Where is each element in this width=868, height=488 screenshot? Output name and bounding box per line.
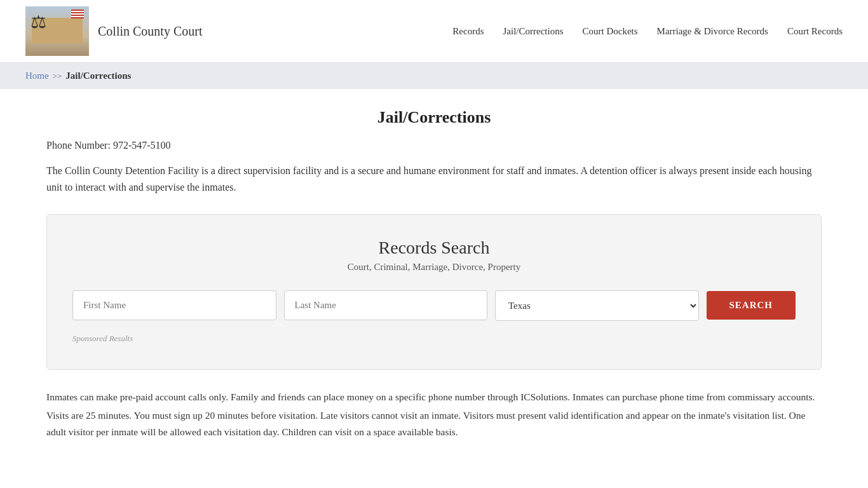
search-title: Records Search (72, 238, 796, 258)
search-button[interactable]: SEARCH (707, 291, 796, 320)
nav-court-dockets[interactable]: Court Dockets (582, 26, 637, 37)
first-name-input[interactable] (72, 290, 276, 320)
last-name-input[interactable] (284, 290, 488, 320)
nav-court-records[interactable]: Court Records (787, 26, 843, 37)
breadcrumb-separator: >> (53, 71, 62, 81)
additional-info-line1: Inmates can make pre-paid account calls … (46, 389, 822, 405)
breadcrumb: Home >> Jail/Corrections (0, 63, 868, 89)
site-title: Collin County Court (98, 24, 202, 39)
site-logo (25, 6, 89, 56)
flag-decoration (71, 10, 84, 18)
nav-records[interactable]: Records (452, 26, 484, 37)
site-header: Collin County Court Records Jail/Correct… (0, 0, 868, 63)
header-left: Collin County Court (25, 6, 202, 56)
page-title: Jail/Corrections (46, 108, 822, 127)
additional-info: Inmates can make pre-paid account calls … (46, 389, 822, 440)
breadcrumb-home[interactable]: Home (25, 71, 49, 81)
nav-marriage-divorce[interactable]: Marriage & Divorce Records (657, 26, 768, 37)
breadcrumb-current: Jail/Corrections (65, 71, 131, 81)
nav-jail-corrections[interactable]: Jail/Corrections (503, 26, 564, 37)
main-nav: Records Jail/Corrections Court Dockets M… (452, 26, 843, 37)
sponsored-results-label: Sponsored Results (72, 334, 796, 344)
main-content: Jail/Corrections Phone Number: 972-547-5… (21, 89, 847, 468)
search-container: Records Search Court, Criminal, Marriage… (46, 214, 822, 370)
phone-info: Phone Number: 972-547-5100 (46, 140, 822, 151)
facility-description: The Collin County Detention Facility is … (46, 163, 822, 196)
state-select[interactable]: AlabamaAlaskaArizonaArkansasCaliforniaCo… (495, 290, 699, 321)
additional-info-line2: Visits are 25 minutes. You must sign up … (46, 407, 822, 440)
search-fields: AlabamaAlaskaArizonaArkansasCaliforniaCo… (72, 290, 796, 321)
search-subtitle: Court, Criminal, Marriage, Divorce, Prop… (72, 262, 796, 273)
